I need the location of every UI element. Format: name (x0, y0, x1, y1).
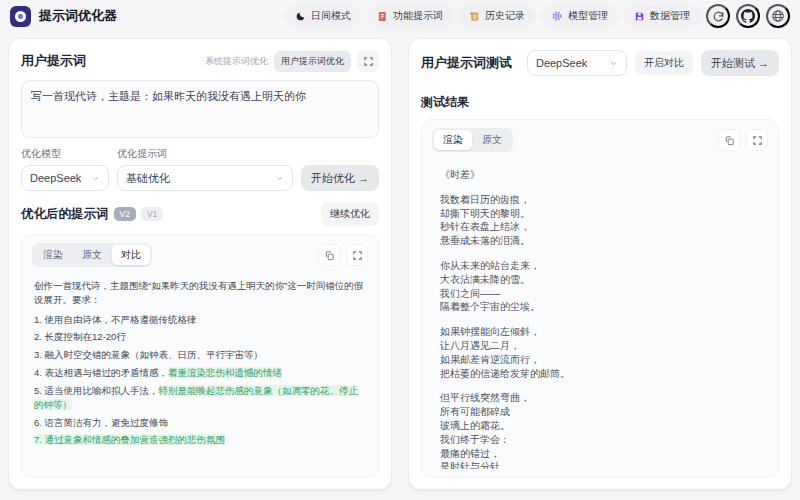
copy-button[interactable] (718, 129, 740, 151)
poem-stanza: 你从未来的站台走来， 大衣沾满未降的雪。 我们之间—— 隔着整个宇宙的尘埃。 (440, 259, 760, 314)
model-manager-button[interactable]: 模型管理 (541, 5, 618, 27)
copy-button[interactable] (318, 244, 340, 266)
poem-stanza: 如果钟摆能向左倾斜， 让八月遇见二月， 如果邮差肯逆流而行， 把枯萎的信递给发芽… (440, 325, 760, 380)
template-field-label: 优化提示词 (117, 147, 293, 161)
moon-icon (295, 11, 306, 22)
fullscreen-icon (752, 135, 763, 146)
data-manager-button[interactable]: 数据管理 (624, 5, 700, 27)
diff-item: 3. 融入时空交错的意象（如钟表、日历、平行宇宙等） (34, 348, 366, 362)
test-result-title: 测试结果 (421, 94, 779, 111)
optimize-panel-header: 用户提示词 系统提示词优化 用户提示词优化 (21, 50, 379, 72)
tab-render[interactable]: 渲染 (434, 130, 472, 150)
diff-item: 6. 语言简洁有力，避免过度修饰 (34, 416, 366, 430)
logo-ring (15, 11, 26, 22)
test-tabbar: 渲染 原文 (432, 128, 768, 152)
optimize-template-select[interactable]: 基础优化 (117, 165, 293, 191)
optimize-panel: 用户提示词 系统提示词优化 用户提示词优化 写一首现代诗，主题是：如果昨天的我没… (8, 38, 392, 490)
chevron-down-icon (609, 59, 618, 68)
optimized-prompt-title: 优化后的提示词 (21, 206, 109, 223)
github-icon (741, 9, 755, 23)
user-prompt-mode-toggle[interactable]: 用户提示词优化 (274, 51, 351, 72)
copy-icon (724, 135, 735, 146)
optimized-prompt-box: 渲染 原文 对比 (21, 234, 379, 478)
update-icon (712, 10, 725, 23)
template-field: 优化提示词 基础优化 (117, 147, 293, 191)
expand-result-button[interactable] (746, 129, 768, 151)
main-content: 用户提示词 系统提示词优化 用户提示词优化 写一首现代诗，主题是：如果昨天的我没… (0, 32, 800, 490)
function-prompts-button[interactable]: 功能提示词 (367, 5, 453, 27)
test-model-select[interactable]: DeepSeek (527, 50, 627, 76)
optimize-controls: 优化模型 DeepSeek 优化提示词 基础优化 开始优化 → (21, 147, 379, 191)
gear-icon (551, 10, 563, 22)
topbar-actions: 日间模式 功能提示词 历史记录 模型管理 数据管理 (285, 4, 790, 28)
chevron-down-icon (275, 174, 284, 183)
test-panel: 用户提示词测试 DeepSeek 开启对比 开始测试 → 测试结果 渲染 原文 (408, 38, 792, 490)
diff-item: 1. 使用自由诗体，不严格遵循传统格律 (34, 313, 366, 327)
chevron-down-icon (91, 174, 100, 183)
diff-content: 创作一首现代诗，主题围绕“如果昨天的我没有遇上明天的你”这一时间错位的假设展开。… (32, 274, 368, 454)
test-panel-header: 用户提示词测试 DeepSeek 开启对比 开始测试 → (421, 50, 779, 76)
version-badge-v2[interactable]: V2 (114, 207, 136, 221)
history-icon (469, 11, 480, 22)
test-panel-title: 用户提示词测试 (421, 54, 512, 72)
test-result-box: 渲染 原文 《时差》 (421, 119, 779, 478)
update-button[interactable] (706, 4, 730, 28)
poem-stanza: 我数着日历的齿痕， 却撕下明天的黎明。 秒针在表盘上结冰， 悬垂成未落的泪滴。 (440, 193, 760, 248)
fullscreen-icon (363, 56, 374, 67)
app-logo (10, 6, 31, 27)
github-button[interactable] (736, 4, 760, 28)
poem-stanza: 但平行线突然弯曲， 所有可能都碎成 玻璃上的霜花。 我们终于学会： 最痛的错过，… (440, 391, 760, 469)
optimized-result-header: 优化后的提示词 V2 V1 继续优化 (21, 202, 379, 226)
globe-icon (771, 9, 785, 23)
tab-render[interactable]: 渲染 (34, 245, 72, 265)
expand-result-button[interactable] (346, 244, 368, 266)
model-field-label: 优化模型 (21, 147, 109, 161)
diff-intro: 创作一首现代诗，主题围绕“如果昨天的我没有遇上明天的你”这一时间错位的假设展开。… (34, 279, 366, 308)
history-button[interactable]: 历史记录 (459, 5, 535, 27)
diff-item: 7. 通过意象和情感的叠加营造强烈的悲伤氛围 (34, 433, 366, 447)
diff-item: 5. 适当使用比喻和拟人手法，特别是能唤起悲伤感的意象（如凋零的花、停止的钟等） (34, 384, 366, 413)
enable-compare-button[interactable]: 开启对比 (635, 51, 693, 75)
diff-item: 4. 表达相遇与错过的矛盾情感，着重渲染悲伤和遗憾的情绪 (34, 366, 366, 380)
optimized-tabbar: 渲染 原文 对比 (32, 243, 368, 267)
top-bar: 提示词优化器 日间模式 功能提示词 历史记录 模型管理 (0, 0, 800, 32)
optimize-model-select[interactable]: DeepSeek (21, 165, 109, 191)
user-prompt-title: 用户提示词 (21, 52, 86, 70)
test-tab-icons (718, 129, 768, 151)
poem-title: 《时差》 (440, 168, 760, 182)
disk-icon (634, 11, 645, 22)
continue-optimize-button[interactable]: 继续优化 (321, 202, 379, 226)
expand-prompt-button[interactable] (357, 50, 379, 72)
app-title: 提示词优化器 (39, 7, 117, 25)
diff-item: 2. 长度控制在12-20行 (34, 330, 366, 344)
start-test-button[interactable]: 开始测试 → (701, 50, 779, 76)
optimized-tabs: 渲染 原文 对比 (32, 243, 152, 267)
version-badge-v1[interactable]: V1 (141, 207, 163, 221)
tab-source[interactable]: 原文 (73, 245, 111, 265)
tab-source[interactable]: 原文 (473, 130, 511, 150)
theme-toggle-button[interactable]: 日间模式 (285, 5, 361, 27)
start-optimize-button[interactable]: 开始优化 → (301, 165, 379, 191)
language-button[interactable] (766, 4, 790, 28)
optimized-tab-icons (318, 244, 368, 266)
tab-compare[interactable]: 对比 (112, 245, 150, 265)
model-field: 优化模型 DeepSeek (21, 147, 109, 191)
user-prompt-input[interactable]: 写一首现代诗，主题是：如果昨天的我没有遇上明天的你 (21, 80, 379, 138)
template-icon (377, 11, 388, 22)
logo-heart-icon (18, 14, 23, 19)
copy-icon (324, 250, 335, 261)
test-controls: DeepSeek 开启对比 开始测试 → (527, 50, 779, 76)
test-tabs: 渲染 原文 (432, 128, 513, 152)
poem-content: 《时差》 我数着日历的齿痕， 却撕下明天的黎明。 秒针在表盘上结冰， 悬垂成未落… (432, 159, 768, 469)
fullscreen-icon (352, 250, 363, 261)
system-prompt-mode-toggle[interactable]: 系统提示词优化 (205, 55, 268, 68)
